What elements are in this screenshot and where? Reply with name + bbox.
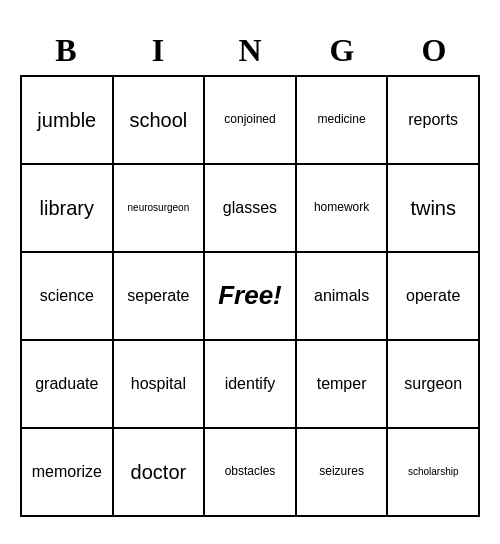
header-letter: N xyxy=(204,28,296,73)
bingo-cell: medicine xyxy=(297,77,389,165)
header-letter: O xyxy=(388,28,480,73)
bingo-cell: school xyxy=(114,77,206,165)
cell-text: memorize xyxy=(32,462,102,481)
cell-text: glasses xyxy=(223,198,277,217)
cell-text: doctor xyxy=(131,460,187,484)
bingo-cell: graduate xyxy=(22,341,114,429)
cell-text: neurosurgeon xyxy=(128,202,190,214)
bingo-cell: Free! xyxy=(205,253,297,341)
bingo-row: graduatehospitalidentifytempersurgeon xyxy=(22,341,480,429)
bingo-grid: jumbleschoolconjoinedmedicinereportslibr… xyxy=(20,75,480,517)
header-letter: I xyxy=(112,28,204,73)
bingo-cell: memorize xyxy=(22,429,114,517)
bingo-cell: surgeon xyxy=(388,341,480,429)
bingo-cell: library xyxy=(22,165,114,253)
cell-text: medicine xyxy=(318,112,366,126)
bingo-cell: jumble xyxy=(22,77,114,165)
cell-text: identify xyxy=(225,374,276,393)
cell-text: temper xyxy=(317,374,367,393)
cell-text: homework xyxy=(314,200,369,214)
bingo-cell: neurosurgeon xyxy=(114,165,206,253)
bingo-cell: reports xyxy=(388,77,480,165)
bingo-cell: glasses xyxy=(205,165,297,253)
header-letter: G xyxy=(296,28,388,73)
bingo-cell: science xyxy=(22,253,114,341)
bingo-cell: animals xyxy=(297,253,389,341)
cell-text: graduate xyxy=(35,374,98,393)
bingo-cell: obstacles xyxy=(205,429,297,517)
cell-text: seperate xyxy=(127,286,189,305)
cell-text: scholarship xyxy=(408,466,459,478)
cell-text: reports xyxy=(408,110,458,129)
cell-text: operate xyxy=(406,286,460,305)
bingo-row: jumbleschoolconjoinedmedicinereports xyxy=(22,77,480,165)
cell-text: Free! xyxy=(218,280,282,311)
bingo-cell: scholarship xyxy=(388,429,480,517)
bingo-card: BINGO jumbleschoolconjoinedmedicinerepor… xyxy=(20,28,480,517)
cell-text: jumble xyxy=(37,108,96,132)
cell-text: animals xyxy=(314,286,369,305)
cell-text: conjoined xyxy=(224,112,275,126)
bingo-row: memorizedoctorobstaclesseizuresscholarsh… xyxy=(22,429,480,517)
bingo-header: BINGO xyxy=(20,28,480,73)
bingo-cell: seperate xyxy=(114,253,206,341)
bingo-cell: homework xyxy=(297,165,389,253)
cell-text: library xyxy=(40,196,94,220)
cell-text: twins xyxy=(410,196,456,220)
cell-text: seizures xyxy=(319,464,364,478)
header-letter: B xyxy=(20,28,112,73)
bingo-row: libraryneurosurgeonglasseshomeworktwins xyxy=(22,165,480,253)
bingo-cell: doctor xyxy=(114,429,206,517)
cell-text: science xyxy=(40,286,94,305)
bingo-cell: operate xyxy=(388,253,480,341)
cell-text: hospital xyxy=(131,374,186,393)
bingo-cell: conjoined xyxy=(205,77,297,165)
bingo-row: scienceseperateFree!animalsoperate xyxy=(22,253,480,341)
bingo-cell: twins xyxy=(388,165,480,253)
bingo-cell: hospital xyxy=(114,341,206,429)
cell-text: school xyxy=(129,108,187,132)
cell-text: surgeon xyxy=(404,374,462,393)
bingo-cell: temper xyxy=(297,341,389,429)
bingo-cell: seizures xyxy=(297,429,389,517)
bingo-cell: identify xyxy=(205,341,297,429)
cell-text: obstacles xyxy=(225,464,276,478)
